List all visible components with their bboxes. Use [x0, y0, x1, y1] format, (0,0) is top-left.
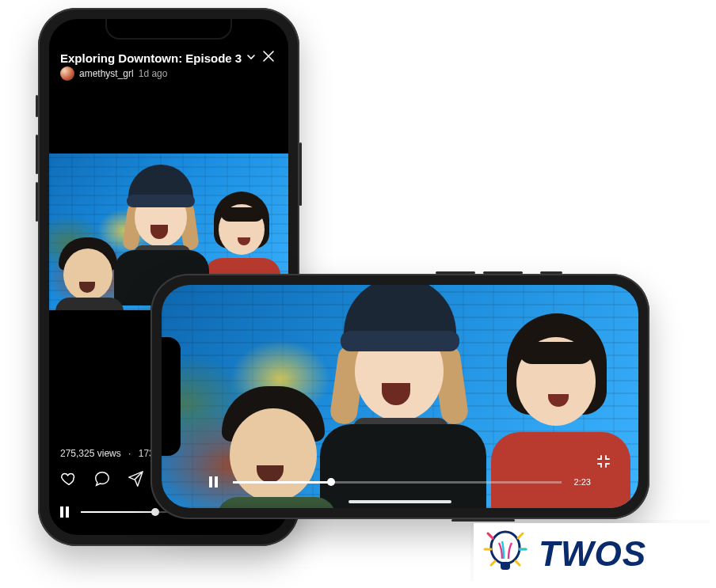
- exit-fullscreen-icon[interactable]: [596, 453, 611, 472]
- timestamp: 1d ago: [139, 68, 168, 79]
- svg-point-3: [491, 532, 520, 563]
- watermark-text: TWOS: [539, 534, 646, 574]
- progress-fill: [81, 511, 155, 513]
- author-row[interactable]: amethyst_grl 1d ago: [60, 66, 167, 81]
- mute-switch: [540, 271, 562, 274]
- username: amethyst_grl: [79, 68, 134, 79]
- lightbulb-icon: [482, 525, 529, 582]
- pause-button[interactable]: [60, 506, 71, 518]
- chevron-down-icon[interactable]: [246, 51, 256, 65]
- volume-down-button: [36, 182, 38, 222]
- power-button: [299, 142, 302, 206]
- progress-track[interactable]: [233, 481, 562, 484]
- close-icon[interactable]: [260, 47, 277, 68]
- video-header: Exploring Downtown: Episode 3: [60, 47, 277, 68]
- progress-knob[interactable]: [151, 508, 159, 516]
- canvas: Exploring Downtown: Episode 3 amethyst_g…: [0, 0, 716, 588]
- progress-knob[interactable]: [327, 478, 335, 486]
- pause-button[interactable]: [209, 476, 220, 487]
- volume-up-button: [36, 135, 38, 174]
- playback-bar: 2:23: [209, 476, 591, 487]
- comment-icon[interactable]: [93, 470, 111, 487]
- volume-down-button: [436, 271, 475, 274]
- video-title[interactable]: Exploring Downtown: Episode 3: [60, 51, 242, 65]
- progress-fill: [233, 481, 331, 484]
- notch: [162, 337, 181, 456]
- power-button: [451, 519, 515, 522]
- notch: [105, 19, 232, 40]
- views-count: 275,325 views: [60, 448, 121, 459]
- like-icon[interactable]: [60, 470, 78, 487]
- volume-up-button: [483, 271, 523, 274]
- avatar: [60, 66, 74, 81]
- stats-separator: ·: [128, 448, 131, 459]
- watermark-badge: TWOS: [474, 523, 713, 585]
- mute-switch: [36, 95, 38, 117]
- video-player-fullscreen[interactable]: [162, 285, 638, 508]
- share-icon[interactable]: [127, 470, 144, 487]
- home-indicator[interactable]: [348, 500, 451, 503]
- phone-landscape-frame: 2:23: [150, 274, 649, 519]
- video-frame-illustration: [162, 285, 638, 508]
- elapsed-time: 2:23: [574, 477, 591, 487]
- phone-landscape-screen: 2:23: [162, 285, 638, 508]
